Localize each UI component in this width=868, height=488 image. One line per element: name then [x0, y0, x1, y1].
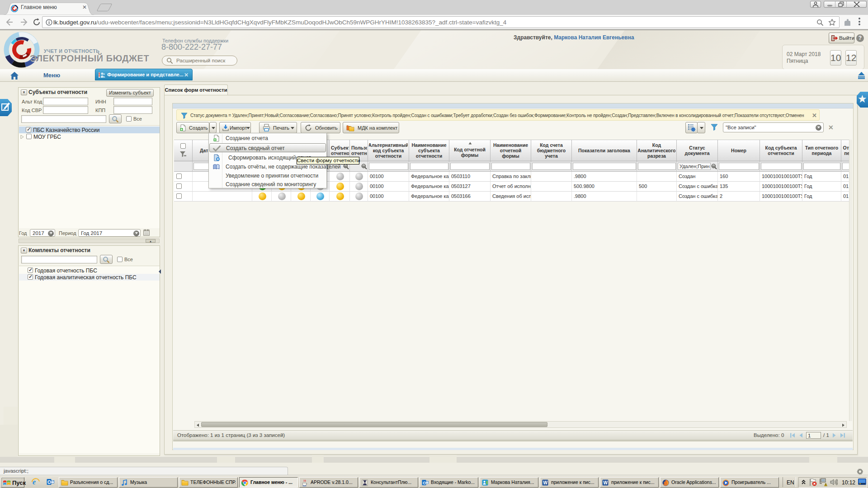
table-cell[interactable]: 00100 [368, 172, 409, 182]
table-cell[interactable] [350, 192, 368, 202]
table-filter-cell[interactable] [174, 161, 193, 172]
chevron-down-icon[interactable] [816, 125, 821, 131]
edit-edge-badge[interactable] [0, 99, 12, 116]
table-cell[interactable]: Создан с ошибками [677, 182, 718, 192]
tree-item-selected[interactable]: ПБС Казначейство России [19, 127, 160, 133]
filter-input[interactable] [491, 163, 530, 170]
table-cell[interactable]: 2 [718, 192, 760, 202]
filter-input[interactable] [573, 163, 636, 170]
table-cell[interactable]: Сведения об исполнении бюджета [491, 192, 531, 202]
period-select[interactable]: Год 2017 [78, 229, 141, 237]
language-indicator[interactable]: EN [787, 479, 794, 486]
table-filter-cell[interactable] [572, 161, 637, 172]
kits-item-checkbox[interactable] [28, 267, 33, 273]
menu-item-create-report[interactable]: Создание отчета [209, 134, 326, 143]
mdk-button[interactable]: МДК на комплект [343, 122, 399, 133]
logout-button[interactable]: Выйти [829, 33, 854, 43]
table-cell[interactable]: .9800 [572, 192, 637, 202]
taskbar-button[interactable]: Wприложение к пис... [540, 477, 599, 488]
table-cell[interactable] [330, 172, 350, 182]
action-center-icon[interactable] [809, 478, 817, 486]
filter-input[interactable] [638, 163, 676, 170]
collapse-kits-icon[interactable]: ▼ [21, 248, 27, 253]
table-cell[interactable]: 0503110 [449, 172, 491, 182]
table-header-cell[interactable]: Показатели заголовка [572, 140, 637, 161]
calendar-icon[interactable] [143, 229, 150, 236]
table-cell[interactable] [531, 172, 572, 182]
filter-input[interactable] [369, 163, 408, 170]
table-header-cell[interactable]: Статус документа [677, 140, 718, 161]
table-cell[interactable]: Создан [677, 172, 718, 182]
row-checkbox[interactable] [176, 183, 182, 189]
collapse-subjects-icon[interactable]: ▼ [21, 89, 27, 95]
table-cell[interactable] [174, 172, 193, 182]
bookmark-star-icon[interactable] [828, 19, 836, 26]
table-header-cell[interactable]: Тип отчетного периода [802, 140, 841, 161]
table-cell[interactable]: 500.9800 [572, 182, 637, 192]
taskbar-button[interactable]: Музыка [119, 477, 178, 488]
network-icon[interactable] [819, 478, 827, 486]
table-cell[interactable]: Федеральное казначейство [409, 192, 449, 202]
table-header-cell[interactable]: Код Аналитического разреза [637, 140, 677, 161]
collapse-header-icon[interactable] [858, 71, 865, 79]
tree-item[interactable]: МОУ ГРБС [19, 133, 160, 140]
table-cell[interactable]: Отчет об исполнении бюджета [491, 182, 531, 192]
table-header-cell[interactable]: Номер [718, 140, 760, 161]
table-cell[interactable] [174, 182, 193, 192]
table-cell[interactable] [350, 172, 368, 182]
table-cell[interactable]: 1000100100100ТУ [760, 182, 802, 192]
table-cell[interactable] [330, 182, 350, 192]
subjects-all-checkbox[interactable] [126, 116, 132, 122]
svr-input[interactable] [43, 106, 88, 114]
favorites-edge-badge[interactable] [857, 92, 868, 108]
filter-input[interactable] [532, 163, 571, 170]
table-cell[interactable]: Федеральное казначейство [409, 182, 449, 192]
table-cell[interactable]: 160 [718, 172, 760, 182]
browser-menu-icon[interactable] [859, 18, 860, 25]
table-cell[interactable] [531, 192, 572, 202]
ie-quicklaunch-icon[interactable]: e [32, 478, 40, 486]
table-filter-cell[interactable] [409, 161, 449, 172]
kits-search-button[interactable] [100, 255, 113, 264]
filter-input[interactable] [761, 163, 802, 170]
tray-expand-icon[interactable] [801, 479, 806, 485]
advanced-search-button[interactable]: Расширенный поиск [162, 56, 237, 66]
table-cell[interactable]: 0503166 [449, 192, 491, 202]
table-header-cell[interactable]: Альтернативный код субъекта отчетности [368, 140, 409, 161]
page-info-icon[interactable] [46, 19, 52, 26]
help-button[interactable]: ? [856, 34, 864, 42]
create-menu-button[interactable] [209, 122, 217, 133]
table-header-cell[interactable]: Наименование отчетной формы [491, 140, 531, 161]
taskbar-button[interactable]: APRODE v.28.1.0... [299, 477, 358, 488]
tray-clock[interactable]: 10:12 [842, 479, 855, 486]
table-header-cell[interactable]: Код отчетной формы [449, 140, 491, 161]
select-all-checkbox[interactable] [180, 143, 186, 149]
clear-records-filter-icon[interactable]: ✕ [828, 124, 834, 131]
taskbar-button[interactable]: OВходящие - Marko... [420, 477, 478, 488]
refresh-button[interactable]: Обновить [301, 122, 340, 133]
altkod-input[interactable] [43, 98, 88, 105]
chevron-down-icon[interactable] [48, 230, 54, 236]
view-settings-menu-button[interactable] [697, 122, 705, 133]
v-scrollbar-track[interactable] [849, 140, 852, 421]
table-cell[interactable] [350, 182, 368, 192]
table-cell[interactable]: .9800 [572, 172, 637, 182]
profile-button[interactable] [810, 1, 821, 8]
table-cell[interactable]: 1000100100100ТУ [760, 192, 802, 202]
table-cell[interactable]: Справка по заключению счетов [491, 172, 531, 182]
change-subject-button[interactable]: Изменить субъект [106, 89, 154, 97]
menu-tab-label[interactable]: Меню [43, 72, 60, 79]
menu-item-create-summary[interactable]: Создать сводный отчет [209, 143, 326, 152]
taskbar-button[interactable]: Маркова Наталия... [480, 477, 538, 488]
table-filter-cell[interactable] [531, 161, 572, 172]
scroll-left-icon[interactable] [196, 423, 199, 427]
table-cell[interactable]: 1000100100100ТУ [760, 172, 802, 182]
user-name-link[interactable]: Маркова Наталия Евгеньевна [554, 34, 634, 41]
active-module-tab[interactable]: Формирование и представле... ✕ [95, 69, 193, 80]
kits-search-input[interactable] [21, 256, 97, 263]
taskbar-button[interactable]: Главное меню - ... [239, 477, 298, 488]
back-icon[interactable] [5, 18, 14, 26]
forward-icon[interactable] [20, 18, 29, 26]
restore-button[interactable] [835, 1, 847, 8]
table-cell[interactable] [291, 192, 311, 202]
